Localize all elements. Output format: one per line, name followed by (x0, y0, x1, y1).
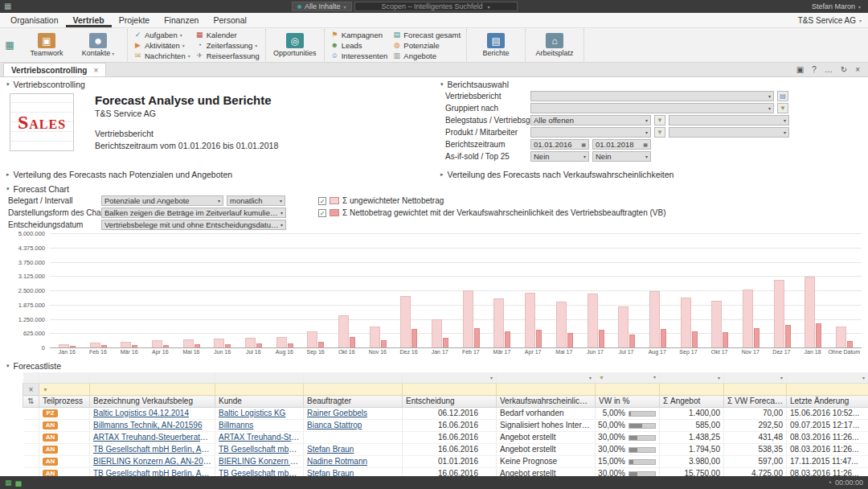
verkaufsbeleg-link[interactable]: TB Gesellschaft mbH Berlin, AN-2015102 (93, 445, 215, 454)
section-vertriebscontrolling[interactable]: ▾ Vertriebscontrolling (0, 77, 434, 91)
belegart-intervall-select-2[interactable]: monatlich▾ (227, 195, 285, 206)
ribbon-aktivitaeten-button[interactable]: ▶Aktivitäten▾ (133, 40, 190, 50)
filter-input-vw-forecast-1[interactable] (724, 384, 787, 396)
beauftragter-link[interactable]: Nadine Rotmann (307, 457, 367, 466)
company-selector[interactable]: T&S Service AG ▾ (798, 13, 862, 27)
close-view-icon[interactable]: × (855, 65, 860, 74)
table-row[interactable]: PZBaltic Logistics 04.12.2014Baltic Logi… (23, 408, 868, 420)
kunde-link[interactable]: TB Gesellschaft mbH Berlin (219, 469, 304, 476)
filter-input-entscheidung[interactable] (403, 384, 497, 396)
ribbon-zeiterfassung-button[interactable]: ◔Zeiterfassung▾ (195, 40, 260, 50)
beauftragter-link[interactable]: Stefan Braun (307, 445, 354, 454)
column-header-vw-in[interactable]: VW in % (596, 396, 660, 408)
beauftragter-link[interactable]: Bianca Stattrop (307, 421, 362, 429)
ribbon-kontakte-button[interactable]: ☻Kontakte▾ (75, 33, 121, 57)
column-header-beauftragter[interactable]: Beauftragter (304, 396, 403, 408)
column-header-angebot[interactable]: Σ Angebot (660, 396, 724, 408)
filter-input-kunde[interactable] (215, 384, 304, 396)
table-row[interactable]: ANARTAX Treuhand-Steuerberatungsgesellsc… (23, 432, 868, 444)
legend-checkbox[interactable]: ✓ (318, 197, 326, 205)
filter-input-beauftragter[interactable] (304, 384, 403, 396)
help-icon[interactable]: ? (812, 65, 817, 74)
column-header-kunde[interactable]: Kunde (215, 396, 304, 408)
berichtszeitraum-date-1[interactable]: 01.01.2016▦ (530, 139, 589, 150)
timer-clock-icon[interactable]: ◔ (828, 479, 832, 487)
ribbon-arbeitsplatz-button[interactable]: ⌂Arbeitsplatz (531, 33, 578, 57)
column-header-verkaufswahrscheinlichkeit-vw[interactable]: Verkaufswahrscheinlichkeit (VW) (497, 396, 596, 408)
kunde-link[interactable]: TB Gesellschaft mbH Berlin (219, 445, 304, 454)
vertriebsbericht-select-1[interactable]: ▾ (530, 91, 774, 101)
produkt-mitarbeiter-select-1[interactable]: ▾ (530, 127, 651, 138)
filter-input-verkaufswahrscheinlichkeit-vw[interactable] (497, 384, 596, 396)
apps-grid-icon[interactable]: ▦ (2, 29, 18, 61)
section-verteilung-verkaufswahrscheinlichkeiten[interactable]: ▸ Verteilung des Forecasts nach Verkaufs… (434, 167, 680, 181)
table-row[interactable]: ANBIERLING Konzern AG, AN-2015123BIERLIN… (23, 456, 868, 468)
ribbon-aufgaben-button[interactable]: ✓Aufgaben▾ (133, 30, 190, 39)
vertriebsbericht-report-icon-button[interactable]: ▤ (777, 91, 788, 101)
ribbon-kalender-button[interactable]: ▦Kalender (195, 30, 260, 39)
user-menu[interactable]: Stefan Maron ▾ (809, 2, 864, 11)
column-header-bezeichnung-verkaufsbeleg[interactable]: Bezeichnung Verkaufsbeleg (90, 396, 215, 408)
app-logo-icon[interactable]: ▦ (4, 2, 11, 10)
filter-input-angebot[interactable] (660, 384, 724, 396)
section-verteilung-potenziale[interactable]: ▸ Verteilung des Forecasts nach Potenzia… (0, 167, 434, 181)
belegstatus-vertriebsgebiete-select-1[interactable]: Alle offenen▾ (530, 115, 651, 125)
filter-input-vw-in[interactable] (596, 384, 660, 396)
table-row[interactable]: ANTB Gesellschaft mbH Berlin, AN-2015102… (23, 444, 868, 456)
kunde-link[interactable]: Baltic Logistics KG (219, 409, 285, 417)
verkaufsbeleg-link[interactable]: TB Gesellschaft mbH Berlin, AN-2015174 (93, 469, 215, 476)
ribbon-opportunities-button[interactable]: ◎Opportunities (272, 33, 318, 57)
entscheidungsdatum-select-1[interactable]: Vertriebsbelege mit und ohne Entscheidun… (101, 220, 286, 230)
legend-checkbox[interactable]: ✓ (318, 209, 326, 217)
verkaufsbeleg-link[interactable]: Billmanns Technik, AN-201596 (93, 421, 202, 429)
as-if-sold-top-25-select-2[interactable]: Nein▾ (592, 151, 651, 162)
column-options-entscheidung[interactable]: ▾ (403, 372, 497, 384)
section-forecastliste[interactable]: ▾ Forecastliste (0, 359, 868, 372)
clear-filter-icon[interactable]: × (29, 385, 34, 394)
verkaufsbeleg-link[interactable]: BIERLING Konzern AG, AN-2015123 (93, 457, 215, 466)
column-header-letzte-aenderung[interactable]: Letzte Änderung (787, 396, 868, 408)
darstellungsform-des-chart-select-1[interactable]: Balken zeigen die Beträge im Zeitverlauf… (101, 208, 286, 218)
kunde-link[interactable]: Billmanns (219, 421, 253, 429)
tab-close-icon[interactable]: × (93, 66, 98, 75)
scope-selector[interactable]: Alle Inhalte ▾ (292, 2, 352, 11)
status-grid-icon[interactable]: ▦ (5, 479, 12, 487)
belegart-intervall-select-1[interactable]: Potenziale und Angebote▾ (101, 195, 223, 206)
filter-clear-cell[interactable]: × (23, 384, 39, 396)
ribbon-potenziale-button[interactable]: ◍Potenziale (392, 40, 461, 50)
menu-item-projekte[interactable]: Projekte (112, 13, 158, 27)
section-berichtsauswahl[interactable]: ▾ Berichtsauswahl (434, 77, 868, 91)
belegstatus-vertriebsgebiete-select-3[interactable]: ▾ (669, 115, 789, 125)
tab-vertriebscontrolling[interactable]: Vertriebscontrolling × (3, 63, 106, 76)
sort-column-header[interactable]: ⇅ (23, 396, 39, 408)
ribbon-berichte-button[interactable]: ▤Berichte (473, 33, 519, 57)
menu-item-finanzen[interactable]: Finanzen (157, 13, 206, 27)
table-row[interactable]: ANTB Gesellschaft mbH Berlin, AN-2015174… (23, 468, 868, 477)
more-options-icon[interactable]: … (825, 65, 833, 74)
beauftragter-link[interactable]: Stefan Braun (307, 469, 354, 476)
column-header-vw-forecast-1[interactable]: Σ VW Forecast 1 (724, 396, 787, 408)
beauftragter-link[interactable]: Rainer Goebbels (307, 409, 367, 417)
produkt-mitarbeiter-filter-icon-button[interactable]: ▼ (654, 127, 665, 138)
column-header-teilprozess[interactable]: Teilprozess (39, 396, 90, 408)
column-options-verkaufswahrscheinlichkeit-vw[interactable]: ▾ (497, 372, 596, 384)
column-options-vw-forecast-1[interactable]: ▾ (724, 372, 787, 384)
search-input[interactable]: Scopen – Intelligentes Suchfeld ▾ (354, 2, 518, 11)
refresh-icon[interactable]: ↻ (841, 65, 847, 74)
ribbon-forecast-gesamt-button[interactable]: ▤Forecast gesamt (392, 30, 461, 39)
belegstatus-vertriebsgebiete-filter-icon-button[interactable]: ▼ (654, 115, 665, 125)
verkaufsbeleg-link[interactable]: Baltic Logistics 04.12.2014 (93, 409, 189, 417)
kunde-link[interactable]: BIERLING Konzern AG (219, 457, 301, 466)
gruppiert-nach-select-1[interactable]: ▾ (530, 103, 774, 113)
gruppiert-nach-filter-icon-button[interactable]: ▼ (777, 103, 788, 113)
verkaufsbeleg-link[interactable]: ARTAX Treuhand-Steuerberatungsgesellscha… (93, 433, 215, 442)
section-forecast-chart[interactable]: ▾ Forecast Chart (0, 182, 868, 195)
produkt-mitarbeiter-select-3[interactable]: ▾ (669, 127, 789, 138)
ribbon-kampagnen-button[interactable]: ⚑Kampagnen (330, 30, 388, 39)
ribbon-interessenten-button[interactable]: ☺Interessenten (330, 51, 388, 60)
berichtszeitraum-date-2[interactable]: 01.01.2018▦ (592, 139, 651, 150)
column-options-vw-in[interactable]: ▼▾ (596, 372, 660, 384)
filter-input-letzte-aenderung[interactable] (787, 384, 868, 396)
ribbon-angebote-button[interactable]: ▥Angebote (392, 51, 461, 60)
as-if-sold-top-25-select-1[interactable]: Nein▾ (530, 151, 589, 162)
